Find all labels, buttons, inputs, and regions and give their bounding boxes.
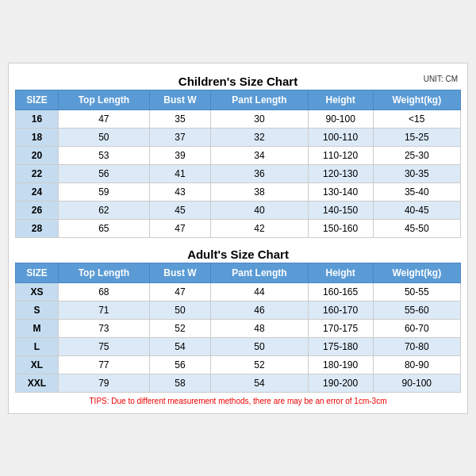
data-cell: 47	[149, 282, 211, 301]
data-cell: 32	[211, 128, 308, 146]
table-row: XL775652180-19080-90	[16, 355, 461, 374]
table-row: 1647353090-100<15	[16, 109, 461, 128]
size-cell: 28	[16, 219, 59, 237]
col-header-bust-w-a: Bust W	[149, 263, 211, 282]
data-cell: 130-140	[308, 182, 373, 201]
table-row: 22564136120-13030-35	[16, 164, 461, 182]
table-row: 18503732100-11015-25	[16, 128, 461, 146]
chart-container: Children's Size Chart UNIT: CM SIZE Top …	[8, 63, 468, 414]
data-cell: 53	[59, 146, 150, 164]
adult-header-row: SIZE Top Length Bust W Pant Length Heigh…	[16, 263, 461, 282]
data-cell: 75	[59, 337, 150, 355]
children-header-row: SIZE Top Length Bust W Pant Length Heigh…	[16, 90, 461, 109]
data-cell: 55-60	[373, 301, 460, 319]
adult-size-table: SIZE Top Length Bust W Pant Length Heigh…	[15, 263, 461, 393]
children-section-title: Children's Size Chart UNIT: CM	[15, 70, 461, 90]
data-cell: 100-110	[308, 128, 373, 146]
table-row: 28654742150-16045-50	[16, 219, 461, 237]
data-cell: 36	[211, 164, 308, 182]
data-cell: 150-160	[308, 219, 373, 237]
data-cell: 47	[59, 109, 150, 128]
data-cell: 48	[211, 319, 308, 337]
adult-section-title: Adult's Size Chart	[15, 243, 461, 263]
data-cell: 34	[211, 146, 308, 164]
table-row: L755450175-18070-80	[16, 337, 461, 355]
data-cell: 54	[149, 337, 211, 355]
table-row: S715046160-17055-60	[16, 301, 461, 319]
table-row: 24594338130-14035-40	[16, 182, 461, 201]
table-row: XS684744160-16550-55	[16, 282, 461, 301]
children-title-text: Children's Size Chart	[178, 75, 298, 88]
adult-title-text: Adult's Size Chart	[187, 248, 289, 261]
data-cell: 90-100	[373, 374, 460, 392]
data-cell: 50-55	[373, 282, 460, 301]
data-cell: 190-200	[308, 374, 373, 392]
table-row: XXL795854190-20090-100	[16, 374, 461, 392]
table-row: 26624540140-15040-45	[16, 201, 461, 219]
data-cell: 77	[59, 355, 150, 374]
data-cell: 54	[211, 374, 308, 392]
data-cell: 140-150	[308, 201, 373, 219]
data-cell: 38	[211, 182, 308, 201]
data-cell: 25-30	[373, 146, 460, 164]
size-cell: L	[16, 337, 59, 355]
col-header-bust-w-c: Bust W	[149, 90, 211, 109]
size-cell: 24	[16, 182, 59, 201]
data-cell: 50	[211, 337, 308, 355]
col-header-pant-length-c: Pant Length	[211, 90, 308, 109]
data-cell: 50	[149, 301, 211, 319]
children-size-table: SIZE Top Length Bust W Pant Length Heigh…	[15, 90, 461, 238]
data-cell: 52	[211, 355, 308, 374]
col-header-top-length-a: Top Length	[59, 263, 150, 282]
data-cell: 46	[211, 301, 308, 319]
size-cell: 16	[16, 109, 59, 128]
data-cell: 44	[211, 282, 308, 301]
size-cell: XXL	[16, 374, 59, 392]
data-cell: 160-170	[308, 301, 373, 319]
col-header-top-length-c: Top Length	[59, 90, 150, 109]
data-cell: 52	[149, 319, 211, 337]
data-cell: 71	[59, 301, 150, 319]
data-cell: 170-175	[308, 319, 373, 337]
data-cell: 39	[149, 146, 211, 164]
data-cell: 50	[59, 128, 150, 146]
data-cell: 70-80	[373, 337, 460, 355]
data-cell: 68	[59, 282, 150, 301]
data-cell: 43	[149, 182, 211, 201]
data-cell: 160-165	[308, 282, 373, 301]
data-cell: 120-130	[308, 164, 373, 182]
col-header-height-c: Height	[308, 90, 373, 109]
size-cell: M	[16, 319, 59, 337]
size-cell: XS	[16, 282, 59, 301]
col-header-height-a: Height	[308, 263, 373, 282]
data-cell: 90-100	[308, 109, 373, 128]
data-cell: 30	[211, 109, 308, 128]
col-header-size-c: SIZE	[16, 90, 59, 109]
data-cell: 59	[59, 182, 150, 201]
tips-text: TIPS: Due to different measurement metho…	[15, 393, 461, 407]
col-header-weight-c: Weight(kg)	[373, 90, 460, 109]
size-cell: 18	[16, 128, 59, 146]
data-cell: 80-90	[373, 355, 460, 374]
table-row: M735248170-17560-70	[16, 319, 461, 337]
data-cell: 37	[149, 128, 211, 146]
data-cell: 65	[59, 219, 150, 237]
col-header-weight-a: Weight(kg)	[373, 263, 460, 282]
data-cell: 15-25	[373, 128, 460, 146]
data-cell: 40	[211, 201, 308, 219]
data-cell: 45-50	[373, 219, 460, 237]
data-cell: 35	[149, 109, 211, 128]
col-header-pant-length-a: Pant Length	[211, 263, 308, 282]
unit-label: UNIT: CM	[424, 75, 458, 83]
size-cell: XL	[16, 355, 59, 374]
data-cell: 62	[59, 201, 150, 219]
col-header-size-a: SIZE	[16, 263, 59, 282]
data-cell: 30-35	[373, 164, 460, 182]
size-cell: 22	[16, 164, 59, 182]
data-cell: 35-40	[373, 182, 460, 201]
data-cell: 175-180	[308, 337, 373, 355]
data-cell: 79	[59, 374, 150, 392]
data-cell: <15	[373, 109, 460, 128]
data-cell: 58	[149, 374, 211, 392]
size-cell: S	[16, 301, 59, 319]
